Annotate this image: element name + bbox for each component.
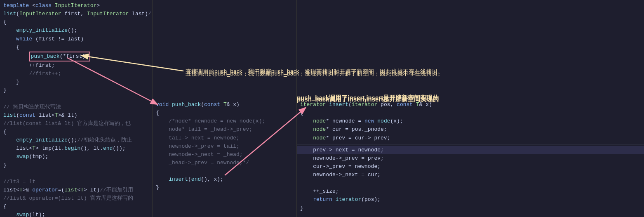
code-line: node* newnode = new node(x); xyxy=(297,117,644,125)
code-line-pushback: push_back(*first); xyxy=(0,52,152,61)
code-line xyxy=(297,35,644,43)
code-line: } xyxy=(0,78,152,86)
code-line xyxy=(297,179,644,187)
section-divider xyxy=(297,144,644,144)
code-line xyxy=(297,76,644,84)
code-line xyxy=(153,26,296,35)
code-line xyxy=(0,95,152,103)
code-line: tail->_next = newnode; xyxy=(153,134,296,142)
code-line: swap(tmp); xyxy=(0,153,152,161)
code-line: //first++; xyxy=(0,70,152,78)
code-line: template <class InputIterator> xyxy=(0,2,152,10)
code-line xyxy=(297,2,644,10)
code-line xyxy=(153,35,296,43)
left-panel: template <class InputIterator> list(Inpu… xyxy=(0,0,153,217)
code-line: ++_size; xyxy=(297,187,644,196)
code-line-highlighted: prev->_next = newnode; xyxy=(297,146,644,154)
code-line: empty_initialize(); xyxy=(0,26,152,35)
middle-title-annotation: push_back调用了insert,insert是开辟新空间实现的 xyxy=(297,94,439,102)
code-line xyxy=(153,51,296,59)
code-line: //list& operator=(list lt) 官方库是这样写的 xyxy=(0,194,152,203)
code-line xyxy=(297,10,644,18)
code-line xyxy=(153,59,296,68)
code-line xyxy=(153,76,296,84)
code-line: newnode->_prev = tail; xyxy=(153,142,296,151)
code-line xyxy=(0,170,152,178)
code-line: newnode->_next = _head; xyxy=(153,151,296,159)
code-line: empty_initialize();//初始化头结点，防止 xyxy=(0,136,152,144)
code-line: list(const list<T>& lt) xyxy=(0,111,152,120)
middle-func-def: void push_back(const T& x) xyxy=(153,101,296,109)
code-line xyxy=(153,92,296,101)
code-line: newnode->_next = cur; xyxy=(297,171,644,179)
code-line: node* tail = _head->_prev; xyxy=(153,125,296,134)
code-line: { xyxy=(0,43,152,52)
code-line: /*node* newnode = new node(x); xyxy=(153,117,296,125)
code-line xyxy=(153,84,296,92)
code-line: //lt3 = lt xyxy=(0,178,152,186)
code-line xyxy=(153,10,296,18)
code-line: while (first != last) xyxy=(0,35,152,43)
code-line: return iterator(pos); xyxy=(297,196,644,204)
code-line xyxy=(297,59,644,68)
code-line: { xyxy=(297,109,644,117)
code-line: cur->_prev = newnode; xyxy=(297,163,644,171)
code-line: _head->_prev = newnode;*/ xyxy=(153,159,296,167)
code-line xyxy=(297,51,644,59)
code-line: ++first; xyxy=(0,61,152,70)
code-line xyxy=(297,26,644,35)
code-line xyxy=(153,2,296,10)
code-line: list<T>& operator=(list<T> lt)//不能加引用 xyxy=(0,186,152,194)
code-line: swap(lt); xyxy=(0,211,152,217)
code-line: list<T> tmp(lt.begin(), lt.end()); xyxy=(0,144,152,153)
right-func-def: iterator insert(iterator pos, const T& x… xyxy=(297,101,644,109)
code-line: { xyxy=(153,109,296,117)
code-line: { xyxy=(0,203,152,211)
code-line xyxy=(297,84,644,92)
code-line: //list(const list& lt) 官方库是这样写的，也 xyxy=(0,120,152,128)
middle-panel: void push_back(const T& x) { /*node* new… xyxy=(153,0,297,217)
code-line xyxy=(153,43,296,51)
editor-container: template <class InputIterator> list(Inpu… xyxy=(0,0,644,217)
code-line xyxy=(153,18,296,26)
code-line: } xyxy=(0,86,152,94)
code-line: } xyxy=(153,184,296,192)
middle-insert-call: insert(end(), x); xyxy=(153,175,296,184)
code-line: } xyxy=(297,204,644,212)
code-line: { xyxy=(0,18,152,26)
code-line xyxy=(297,18,644,26)
right-panel: iterator insert(iterator pos, const T& x… xyxy=(297,0,644,217)
code-line: list(InputIterator first, InputIterator … xyxy=(0,10,152,18)
code-line: newnode->_prev = prev; xyxy=(297,154,644,163)
code-line xyxy=(153,167,296,175)
code-line: // 拷贝构造的现代写法 xyxy=(0,103,152,111)
main-annotation: 直接调用的push_back，我们观察push_back，发现其拷贝时开辟了新空… xyxy=(186,68,443,75)
code-line: node* prev = cur->_prev; xyxy=(297,134,644,142)
code-line xyxy=(297,43,644,51)
code-line: node* cur = pos._pnode; xyxy=(297,125,644,134)
code-line: { xyxy=(0,128,152,136)
code-line: } xyxy=(0,161,152,170)
